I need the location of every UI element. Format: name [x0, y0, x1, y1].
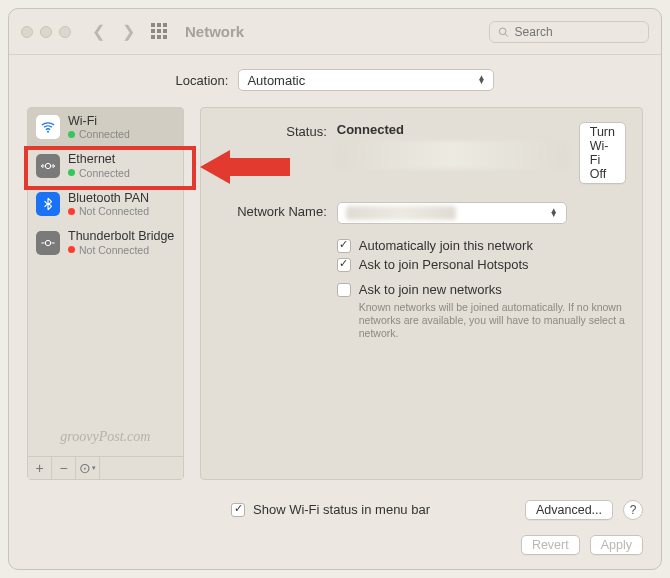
svg-point-0 [499, 28, 506, 35]
sidebar-item-bluetooth-pan[interactable]: Bluetooth PAN Not Connected [28, 185, 183, 223]
location-row: Location: Automatic ▲▼ [9, 55, 661, 101]
revert-button[interactable]: Revert [521, 535, 580, 555]
minimize-dot[interactable] [40, 26, 52, 38]
status-detail-redacted [337, 141, 567, 169]
checkbox-icon [337, 283, 351, 297]
search-field[interactable] [489, 21, 649, 43]
sidebar-item-label: Ethernet [68, 152, 130, 166]
location-select[interactable]: Automatic ▲▼ [238, 69, 494, 91]
content: Wi-Fi Connected Ethernet Connected B [9, 101, 661, 492]
location-label: Location: [176, 73, 229, 88]
checkbox-icon [337, 258, 351, 272]
service-actions-button[interactable]: ⊙▾ [76, 457, 100, 479]
sidebar-item-thunderbolt-bridge[interactable]: Thunderbolt Bridge Not Connected [28, 223, 183, 261]
add-service-button[interactable]: + [28, 457, 52, 479]
remove-service-button[interactable]: − [52, 457, 76, 479]
zoom-dot[interactable] [59, 26, 71, 38]
checkbox-icon [231, 503, 245, 517]
sidebar-item-wifi[interactable]: Wi-Fi Connected [28, 108, 183, 146]
watermark: groovyPost.com [28, 429, 183, 445]
ask-hotspots-checkbox[interactable]: Ask to join Personal Hotspots [337, 257, 626, 272]
sidebar-item-label: Wi-Fi [68, 114, 130, 128]
status-dot-icon [68, 169, 75, 176]
window-title: Network [185, 23, 244, 40]
network-name-label: Network Name: [217, 202, 327, 219]
forward-button[interactable]: ❯ [117, 21, 139, 43]
help-button[interactable]: ? [623, 500, 643, 520]
apply-button[interactable]: Apply [590, 535, 643, 555]
statusbar-row: Show Wi-Fi status in menu bar Advanced..… [9, 492, 661, 527]
svg-line-1 [505, 33, 508, 36]
svg-point-6 [45, 240, 50, 245]
svg-point-2 [47, 131, 49, 133]
network-name-redacted [346, 206, 456, 220]
search-icon [498, 26, 509, 38]
status-dot-icon [68, 131, 75, 138]
wifi-icon [36, 115, 60, 139]
status-value: Connected [337, 122, 404, 137]
ethernet-icon [36, 154, 60, 178]
sidebar-item-ethernet[interactable]: Ethernet Connected [28, 146, 183, 184]
services-sidebar: Wi-Fi Connected Ethernet Connected B [27, 107, 184, 480]
ask-new-help-text: Known networks will be joined automatica… [359, 301, 626, 340]
auto-join-checkbox[interactable]: Automatically join this network [337, 238, 626, 253]
location-value: Automatic [247, 73, 305, 88]
traffic-lights [21, 26, 71, 38]
chevron-updown-icon: ▲▼ [477, 76, 485, 84]
footer: Revert Apply [9, 527, 661, 569]
svg-point-3 [45, 163, 50, 168]
sidebar-item-label: Thunderbolt Bridge [68, 229, 174, 243]
status-label: Status: [217, 122, 327, 139]
show-wifi-status-checkbox[interactable]: Show Wi-Fi status in menu bar [231, 502, 430, 517]
titlebar: ❮ ❯ Network [9, 9, 661, 55]
turn-wifi-off-button[interactable]: Turn Wi-Fi Off [579, 122, 626, 184]
sidebar-item-label: Bluetooth PAN [68, 191, 149, 205]
checkbox-icon [337, 239, 351, 253]
ask-new-networks-checkbox[interactable]: Ask to join new networks [337, 282, 626, 297]
show-all-icon[interactable] [151, 23, 169, 41]
chevron-updown-icon: ▲▼ [550, 209, 558, 217]
advanced-button[interactable]: Advanced... [525, 500, 613, 520]
detail-panel: Status: Connected Turn Wi-Fi Off Network… [200, 107, 643, 480]
network-preferences-window: ❮ ❯ Network Location: Automatic ▲▼ Wi-Fi [8, 8, 662, 570]
thunderbolt-icon [36, 231, 60, 255]
back-button[interactable]: ❮ [87, 21, 109, 43]
status-dot-icon [68, 208, 75, 215]
status-dot-icon [68, 246, 75, 253]
bluetooth-icon [36, 192, 60, 216]
sidebar-footer: + − ⊙▾ [28, 456, 183, 479]
close-dot[interactable] [21, 26, 33, 38]
network-name-select[interactable]: ▲▼ [337, 202, 567, 224]
search-input[interactable] [515, 25, 640, 39]
